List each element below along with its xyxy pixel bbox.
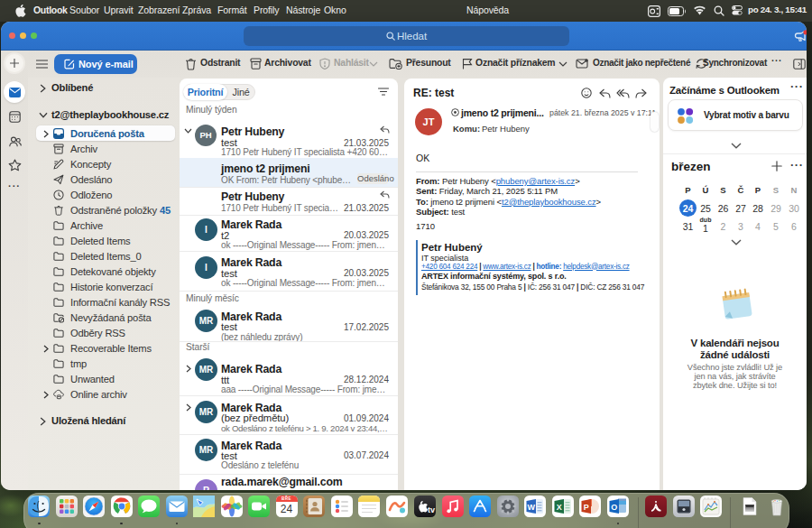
svg-text:P: P [584, 503, 589, 512]
svg-text:W: W [527, 503, 535, 512]
svg-text:tv: tv [428, 505, 435, 514]
svg-text:X: X [556, 503, 561, 512]
svg-text:O: O [611, 503, 617, 512]
